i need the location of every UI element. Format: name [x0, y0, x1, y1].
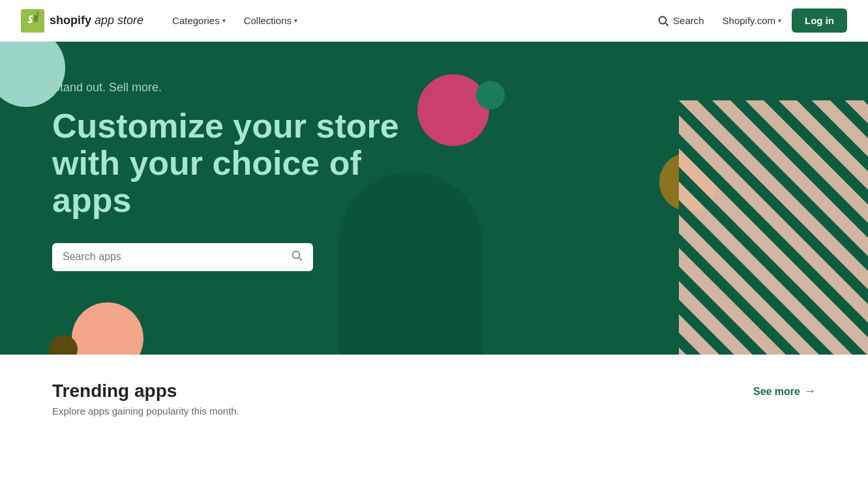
teal-small-decoration [476, 81, 505, 110]
trending-section: Trending apps Explore apps gaining popul… [0, 355, 868, 430]
hero-search-box [52, 243, 313, 271]
svg-rect-4 [679, 100, 868, 355]
stripes-decoration [679, 100, 868, 355]
see-more-link[interactable]: See more → [753, 385, 816, 398]
hero-content: Stand out. Sell more. Customize your sto… [52, 81, 417, 271]
nav-right: Search Shopify.com ▾ Log in [650, 8, 847, 33]
trending-subtitle: Explore apps gaining popularity this mon… [52, 405, 239, 417]
search-apps-icon [291, 250, 303, 265]
categories-chevron-icon: ▾ [222, 17, 226, 24]
collections-label: Collections [244, 15, 292, 26]
search-apps-input[interactable] [63, 251, 286, 263]
shopify-com-label: Shopify.com [723, 15, 775, 26]
pink-circle-decoration [417, 74, 489, 146]
see-more-arrow-icon: → [804, 385, 816, 398]
nav-collections-link[interactable]: Collections ▾ [236, 10, 305, 31]
svg-rect-0 [21, 9, 44, 33]
search-label: Search [673, 15, 704, 26]
logo-link[interactable]: shopify app store [21, 9, 143, 33]
salmon-circle-decoration [72, 302, 143, 355]
trending-left: Trending apps Explore apps gaining popul… [52, 381, 239, 417]
hero-title: Customize your store with your choice of… [52, 108, 417, 220]
login-button[interactable]: Log in [792, 8, 847, 33]
svg-point-5 [293, 251, 300, 258]
nav-links: Categories ▾ Collections ▾ [164, 10, 305, 31]
hero-title-line2: with your choice of apps [52, 144, 361, 219]
search-icon [657, 15, 669, 27]
search-button[interactable]: Search [650, 10, 712, 32]
navbar: shopify app store Categories ▾ Collectio… [0, 0, 868, 42]
hero-subtitle: Stand out. Sell more. [52, 81, 417, 95]
see-more-label: See more [753, 386, 800, 398]
nav-categories-link[interactable]: Categories ▾ [164, 10, 233, 31]
shopify-logo-icon [21, 9, 44, 33]
hero-title-line1: Customize your store [52, 107, 399, 145]
svg-point-1 [659, 16, 666, 23]
trending-title: Trending apps [52, 381, 239, 402]
shopify-com-chevron-icon: ▾ [778, 17, 781, 24]
shopify-com-link[interactable]: Shopify.com ▾ [723, 15, 781, 26]
categories-label: Categories [172, 15, 220, 26]
collections-chevron-icon: ▾ [294, 17, 297, 24]
hero-section: Stand out. Sell more. Customize your sto… [0, 42, 868, 355]
logo-text: shopify app store [50, 14, 143, 27]
trending-header: Trending apps Explore apps gaining popul… [52, 381, 816, 417]
